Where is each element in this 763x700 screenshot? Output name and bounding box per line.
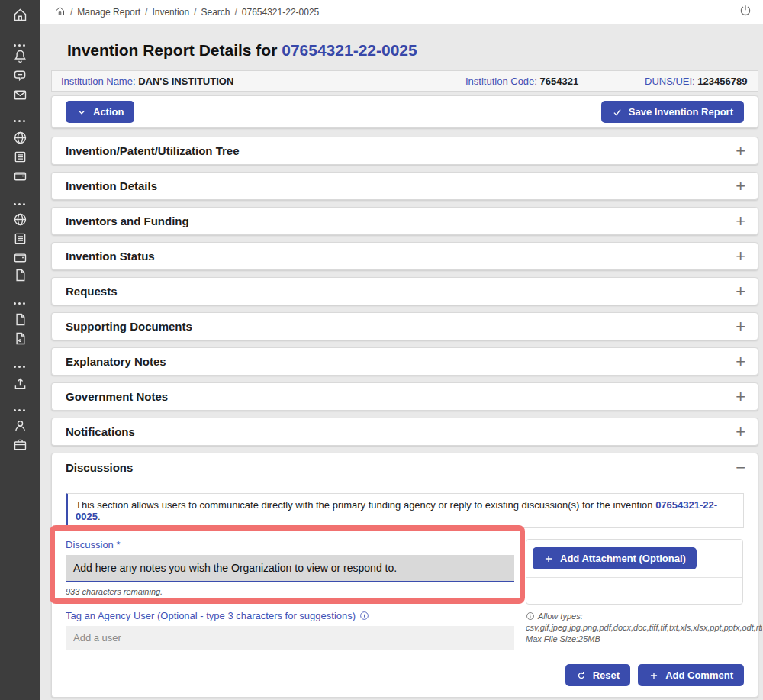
- expand-plus-icon[interactable]: +: [736, 318, 745, 335]
- expand-plus-icon[interactable]: +: [736, 178, 745, 195]
- tag-agency-user-label: Tag an Agency User (Optional - type 3 ch…: [66, 610, 514, 621]
- discussion-textarea[interactable]: Add here any notes you wish the Organiza…: [66, 555, 514, 582]
- action-toolbar: Action Save Invention Report: [51, 95, 758, 128]
- collapse-minus-icon[interactable]: −: [736, 460, 745, 476]
- person-icon[interactable]: [12, 418, 28, 434]
- allowed-types-note: Allow types: csv,gif,jpeg,jpg,png,pdf,do…: [526, 611, 743, 645]
- breadcrumb-separator: /: [70, 7, 72, 18]
- add-comment-label: Add Comment: [665, 669, 733, 681]
- breadcrumb-separator: /: [145, 7, 147, 18]
- breadcrumb-item-report-id[interactable]: 07654321-22-0025: [242, 7, 319, 18]
- expand-plus-icon[interactable]: +: [736, 353, 745, 370]
- section-invention-details[interactable]: Invention Details+: [51, 172, 758, 200]
- section-inventors-and-funding[interactable]: Inventors and Funding+: [51, 207, 758, 235]
- mail-icon[interactable]: [12, 87, 28, 103]
- upload-icon[interactable]: [12, 376, 28, 392]
- expand-plus-icon[interactable]: +: [736, 283, 745, 300]
- sidebar: [0, 0, 40, 700]
- info-text-suffix: .: [98, 511, 101, 522]
- allow-types-title: Allow types:: [538, 611, 583, 622]
- add-attachment-button[interactable]: Add Attachment (Optional): [533, 547, 697, 569]
- logout-power-icon[interactable]: [739, 4, 752, 21]
- section-title: Invention Details: [66, 179, 157, 192]
- discussions-header[interactable]: Discussions −: [52, 453, 758, 482]
- section-title: Invention Status: [66, 250, 155, 263]
- duns-uei: DUNS/UEI: 123456789: [645, 76, 747, 87]
- attachment-column: Add Attachment (Optional) Allow types: c…: [526, 539, 743, 650]
- save-button-label: Save Invention Report: [629, 106, 733, 118]
- section-title: Supporting Documents: [66, 320, 192, 333]
- main-content: Invention Report Details for 07654321-22…: [40, 24, 763, 700]
- section-requests[interactable]: Requests+: [51, 277, 758, 305]
- section-notifications[interactable]: Notifications+: [51, 418, 758, 446]
- accordion-list: Invention/Patent/Utilization Tree+ Inven…: [51, 137, 758, 698]
- max-file-size: Max File Size:25MB: [526, 634, 743, 645]
- info-icon[interactable]: [359, 611, 369, 621]
- discussions-info-banner: This section allows users to communicate…: [66, 493, 744, 528]
- action-button[interactable]: Action: [66, 101, 134, 123]
- breadcrumb-item-invention[interactable]: Invention: [152, 7, 189, 18]
- breadcrumb-home-icon[interactable]: [54, 5, 66, 19]
- breadcrumb: / Manage Report / Invention / Search / 0…: [54, 5, 319, 19]
- file-icon[interactable]: [12, 311, 28, 327]
- institution-name-value: DAN'S INSTITUTION: [138, 76, 233, 87]
- home-icon[interactable]: [12, 7, 28, 23]
- page-title-report-id[interactable]: 07654321-22-0025: [282, 41, 417, 59]
- briefcase-icon[interactable]: [12, 437, 28, 453]
- expand-plus-icon[interactable]: +: [736, 389, 745, 405]
- breadcrumb-item-search[interactable]: Search: [201, 7, 230, 18]
- discussions-footer: Reset Add Comment: [66, 664, 744, 686]
- ellipsis-icon[interactable]: [14, 202, 27, 206]
- document-lines-icon[interactable]: [12, 149, 28, 165]
- discussions-body: Discussion * Add here any notes you wish…: [66, 539, 744, 650]
- file-icon[interactable]: [12, 267, 28, 283]
- section-title: Notifications: [66, 425, 135, 438]
- discussion-label-text: Discussion *: [66, 539, 121, 550]
- wallet-icon[interactable]: [12, 168, 28, 184]
- attachment-drop-area[interactable]: [526, 578, 742, 604]
- chat-icon[interactable]: [12, 67, 28, 83]
- save-invention-report-button[interactable]: Save Invention Report: [601, 101, 744, 123]
- expand-plus-icon[interactable]: +: [736, 143, 745, 160]
- section-title: Explanatory Notes: [66, 355, 166, 368]
- institution-name: Institution Name: DAN'S INSTITUTION: [61, 76, 465, 87]
- page-title-text: Invention Report Details for: [67, 41, 282, 59]
- reset-button-label: Reset: [593, 669, 620, 681]
- document-lines-icon[interactable]: [12, 231, 28, 247]
- section-invention-patent-utilization-tree[interactable]: Invention/Patent/Utilization Tree+: [51, 137, 758, 165]
- ellipsis-icon[interactable]: [14, 301, 27, 305]
- ellipsis-icon[interactable]: [14, 43, 27, 47]
- breadcrumb-item-manage-report[interactable]: Manage Report: [77, 7, 140, 18]
- bell-icon[interactable]: [12, 48, 28, 64]
- section-supporting-documents[interactable]: Supporting Documents+: [51, 312, 758, 340]
- section-government-notes[interactable]: Government Notes+: [51, 382, 758, 411]
- duns-uei-label: DUNS/UEI:: [645, 76, 697, 87]
- section-title: Discussions: [66, 461, 133, 474]
- ellipsis-icon[interactable]: [14, 118, 27, 123]
- attachment-panel: Add Attachment (Optional): [526, 539, 743, 605]
- expand-plus-icon[interactable]: +: [736, 213, 745, 230]
- ellipsis-icon[interactable]: [14, 408, 27, 412]
- section-invention-status[interactable]: Invention Status+: [51, 242, 758, 270]
- info-text: This section allows users to communicate…: [76, 499, 655, 511]
- add-comment-button[interactable]: Add Comment: [638, 664, 744, 686]
- institution-code-label: Institution Code:: [465, 76, 540, 87]
- tag-agency-user-input[interactable]: [66, 626, 514, 650]
- expand-plus-icon[interactable]: +: [736, 248, 745, 265]
- wallet-icon[interactable]: [12, 250, 28, 266]
- globe-icon[interactable]: [12, 130, 28, 146]
- top-header: / Manage Report / Invention / Search / 0…: [40, 0, 763, 24]
- action-button-label: Action: [93, 106, 124, 118]
- section-title: Invention/Patent/Utilization Tree: [66, 144, 240, 157]
- allow-types-list: csv,gif,jpeg,jpg,png,pdf,docx,doc,tiff,t…: [526, 622, 762, 634]
- section-title: Inventors and Funding: [66, 215, 189, 227]
- section-explanatory-notes[interactable]: Explanatory Notes+: [51, 347, 758, 376]
- expand-plus-icon[interactable]: +: [736, 424, 745, 440]
- ellipsis-icon[interactable]: [14, 364, 27, 369]
- file-pdf-icon[interactable]: [12, 331, 28, 347]
- institution-name-label: Institution Name:: [61, 76, 138, 87]
- globe-icon[interactable]: [12, 211, 28, 227]
- reset-button[interactable]: Reset: [565, 664, 630, 686]
- breadcrumb-separator: /: [194, 7, 196, 18]
- discussion-form-column: Discussion * Add here any notes you wish…: [66, 539, 514, 650]
